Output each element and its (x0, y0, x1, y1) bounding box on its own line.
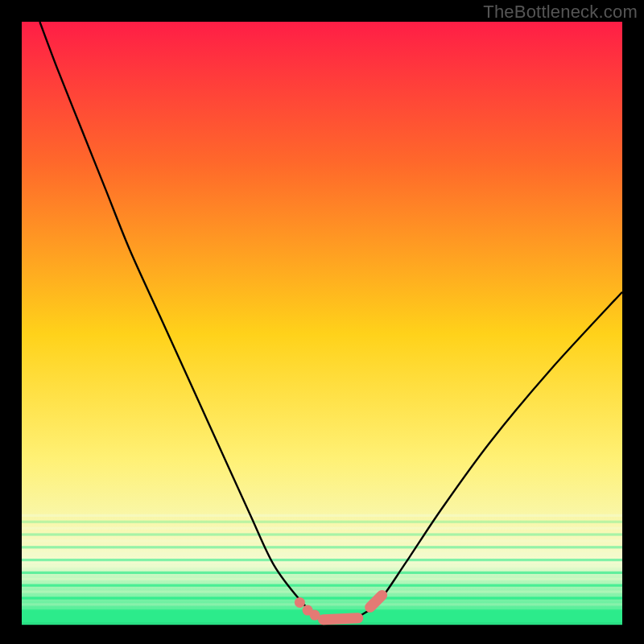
plot-background (22, 22, 622, 622)
band-stripe (22, 539, 622, 542)
watermark-text: TheBottleneck.com (483, 2, 638, 23)
band-stripe (22, 521, 622, 523)
band-stripe (22, 597, 622, 599)
chart-frame: TheBottleneck.com (0, 0, 644, 644)
band-stripe (22, 603, 622, 605)
band-stripe (22, 514, 622, 517)
bottleneck-chart (0, 0, 644, 644)
band-stripe (22, 533, 622, 535)
band-stripe (22, 565, 622, 568)
marker-left-upper (295, 597, 305, 608)
band-stripe (22, 527, 622, 530)
band-stripe (22, 591, 622, 593)
band-stripe (22, 578, 622, 580)
band-stripe (22, 552, 622, 555)
band-stripe (22, 546, 622, 548)
valley-floor-pill (323, 618, 357, 620)
band-stripe (22, 572, 622, 574)
band-stripe (22, 584, 622, 587)
band-stripe (22, 559, 622, 561)
